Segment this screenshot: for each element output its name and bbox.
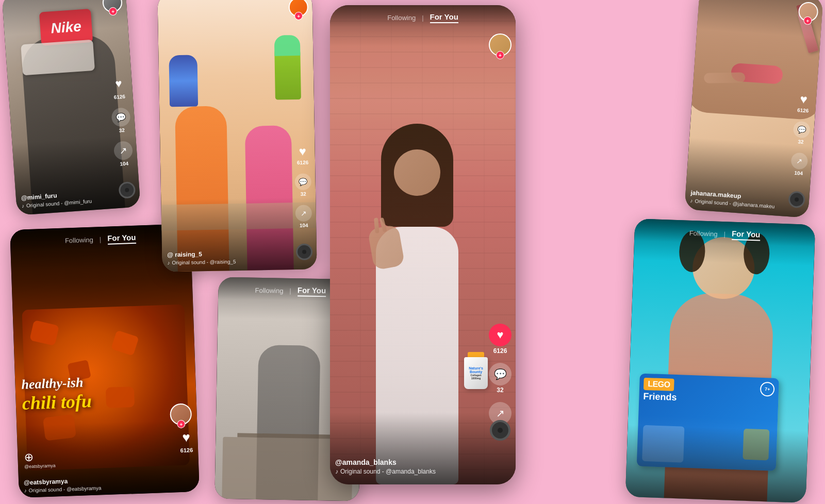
like-button-3[interactable]: ♥ 6126	[296, 144, 308, 165]
bottle-cap	[468, 352, 484, 357]
share-button-1[interactable]: ↗ 104	[113, 141, 134, 167]
lego-brand: LEGO	[644, 378, 674, 391]
like-button-1[interactable]: ♥ 6126	[109, 74, 129, 100]
music-note-chili: ♪	[24, 488, 27, 493]
nav-following-chili[interactable]: Following	[65, 236, 93, 245]
music-disc-5	[490, 420, 510, 441]
tiktok-logo: ⊕ @eatsbyramya	[24, 449, 56, 469]
heart-icon-6: ♥	[800, 92, 808, 107]
nav-following-bottom[interactable]: Following	[255, 287, 283, 295]
nav-amanda: Following | For You	[330, 5, 516, 27]
share-icon-1: ↗	[119, 145, 127, 157]
comment-icon-1: 💬	[116, 112, 126, 122]
nav-following-lego[interactable]: Following	[689, 229, 718, 238]
comment-button-1[interactable]: 💬 32	[111, 107, 131, 133]
like-count-6: 6126	[797, 107, 809, 114]
lego-line: Friends	[643, 391, 677, 403]
avatar-raising5[interactable]: +	[288, 0, 308, 17]
action-buttons-3: ♥ 6126 💬 32 ↗ 104	[294, 144, 312, 229]
like-count-chili: 6126	[180, 447, 193, 453]
like-area-chili[interactable]: ♥ 6126	[179, 429, 193, 453]
username-amanda: @amanda_blanks	[335, 458, 490, 466]
bottle-body: Nature'sBounty Collagen1000mg	[464, 357, 488, 389]
music-note-3: ♪	[167, 260, 170, 265]
like-button-6[interactable]: ♥ 6126	[797, 92, 810, 113]
heart-icon-1: ♥	[115, 77, 123, 91]
avatar-mimi[interactable]: +	[102, 0, 123, 13]
comment-count-1: 32	[119, 127, 125, 133]
card-lego[interactable]: LEGO Friends 7+ Following | For You	[625, 219, 816, 503]
like-count-1: 6126	[113, 94, 125, 100]
chili-line1: healthy-ish	[21, 375, 91, 393]
follow-plus-amanda[interactable]: +	[496, 51, 504, 59]
share-button-6[interactable]: ↗ 104	[790, 152, 808, 176]
supplement-bottle: Nature'sBounty Collagen1000mg	[464, 352, 488, 389]
action-buttons-5: ♥ 6126 💬 32 ↗ 104	[489, 324, 512, 433]
tiktok-icon: ⊕	[24, 450, 34, 464]
heart-icon-chili: ♥	[182, 429, 191, 446]
card-shoes[interactable]: Nike + ♥ 6126 💬	[2, 0, 140, 215]
video-info-raising5: @ raising_5 ♪ Original sound - @raising_…	[167, 249, 291, 265]
nav-foryou-lego[interactable]: For You	[732, 229, 761, 241]
card-amanda-main[interactable]: Following | For You + Nature'sBounty Col…	[330, 5, 516, 484]
avatar-jahanara[interactable]: +	[798, 2, 819, 23]
comment-count-6: 32	[798, 139, 804, 145]
share-count-1: 104	[120, 161, 128, 167]
music-note-icon-1: ♪	[22, 203, 25, 209]
heart-icon-5: ♥	[497, 328, 503, 342]
nav-following-amanda[interactable]: Following	[387, 14, 416, 22]
like-count-3: 6126	[297, 160, 308, 165]
comment-count-3: 32	[300, 191, 306, 197]
nav-foryou-chili[interactable]: For You	[107, 233, 136, 245]
music-note-6: ♪	[690, 198, 693, 204]
nav-sep-chili: |	[100, 236, 102, 243]
heart-bg-5: ♥	[489, 324, 512, 346]
tiktok-handle: @eatsbyramya	[24, 463, 56, 469]
chili-title-overlay: healthy-ish chili tofu	[21, 375, 92, 414]
age-rating: 7+	[760, 382, 775, 397]
card-raising5[interactable]: + ♥ 6126 💬 32 ↗ 104 @ raising_5 ♪ Origin…	[157, 0, 317, 272]
comment-button-3[interactable]: 💬 32	[294, 174, 311, 197]
username-raising5: @ raising_5	[167, 249, 291, 258]
avatar-eatsbyramya[interactable]: +	[170, 403, 192, 425]
supp-brand: Nature'sBounty	[469, 366, 483, 374]
card-makeup[interactable]: + ♥ 6126 💬 32 ↗ 104 jahanara.makeup ♪ Or…	[684, 0, 823, 218]
nav-foryou-bottom[interactable]: For You	[298, 285, 326, 297]
share-count-3: 104	[300, 223, 308, 228]
comment-count-5: 32	[497, 387, 503, 394]
share-count-6: 104	[794, 170, 803, 176]
video-info-amanda: @amanda_blanks ♪ Original sound - @amand…	[335, 458, 490, 475]
comment-button-6[interactable]: 💬 32	[793, 121, 811, 145]
music-note-5: ♪	[335, 468, 338, 475]
main-scene: Nike + ♥ 6126 💬	[0, 0, 825, 504]
like-count-5: 6126	[493, 347, 507, 355]
heart-icon-3: ♥	[299, 144, 306, 159]
chili-line2: chili tofu	[22, 390, 92, 414]
share-button-3[interactable]: ↗ 104	[295, 205, 312, 228]
like-button-5[interactable]: ♥ 6126	[489, 324, 512, 355]
supp-product: Collagen1000mg	[470, 374, 481, 380]
avatar-amanda[interactable]: +	[489, 33, 512, 56]
nav-foryou-amanda[interactable]: For You	[430, 12, 458, 23]
sound-amanda: ♪ Original sound - @amanda_blanks	[335, 468, 490, 475]
comment-button-5[interactable]: 💬 32	[489, 363, 512, 394]
